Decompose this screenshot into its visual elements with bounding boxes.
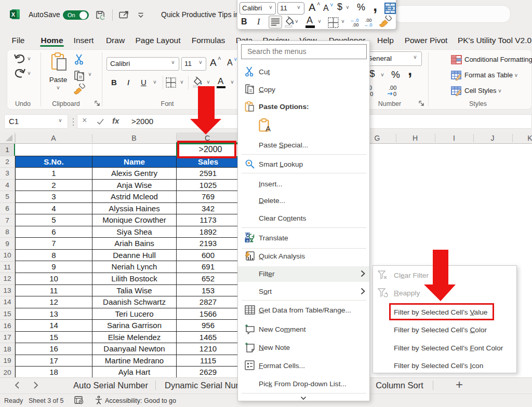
svg-text:→.0: →.0 <box>364 22 373 28</box>
svg-text:.00: .00 <box>352 22 359 28</box>
svg-text:X: X <box>11 11 16 18</box>
svg-text:A: A <box>265 124 271 132</box>
svg-text:.00: .00 <box>389 85 396 91</box>
svg-text:0: 0 <box>393 91 396 97</box>
